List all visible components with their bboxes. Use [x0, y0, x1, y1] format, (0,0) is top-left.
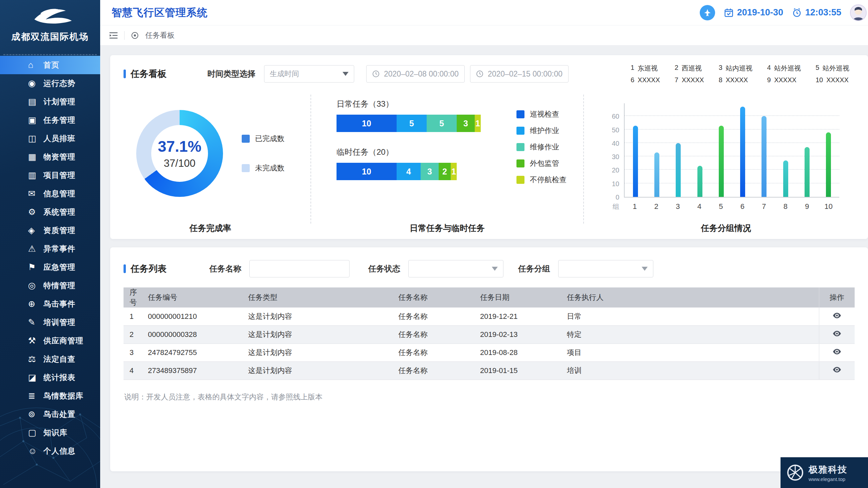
- caret-down-icon: [642, 267, 648, 271]
- daily-task-segment: 1: [475, 115, 481, 132]
- sidebar-item-material-management[interactable]: ▦物资管理: [0, 148, 100, 166]
- table-cell: 任务名称: [392, 344, 474, 362]
- sidebar-item-bird-strike-events[interactable]: ⊕鸟击事件: [0, 295, 100, 313]
- material-management-icon: ▦: [28, 152, 43, 162]
- view-button[interactable]: [832, 311, 842, 321]
- sidebar-item-label: 信息管理: [43, 189, 75, 199]
- sidebar-item-training-management[interactable]: ✎培训管理: [0, 313, 100, 332]
- sidebar-item-special-situation[interactable]: ◎特情管理: [0, 277, 100, 295]
- group-bar: [805, 147, 810, 197]
- flight-mode-button[interactable]: [700, 5, 715, 20]
- actions-cell: [819, 362, 855, 380]
- task-group-select[interactable]: [558, 260, 653, 278]
- training-management-icon: ✎: [28, 317, 43, 327]
- task-status-select[interactable]: [408, 260, 503, 278]
- sidebar-item-plan-management[interactable]: ▤计划管理: [0, 93, 100, 111]
- watermark-name: 极雅科技: [809, 464, 847, 476]
- date-from-input[interactable]: 2020–02–08 00:00:00: [366, 65, 465, 83]
- content-area: 任务看板 时间类型选择 生成时间 2020–02–08 00:00:00 202…: [100, 45, 868, 488]
- temp-task-segment: 10: [337, 163, 397, 180]
- sidebar-item-system-management[interactable]: ⚙系统管理: [0, 203, 100, 221]
- task-table: 序号任务编号任务类型任务名称任务日期任务执行人操作 1000000001210这…: [124, 287, 855, 380]
- column-header: 任务名称: [392, 287, 474, 308]
- sidebar-item-task-management[interactable]: ▣任务管理: [0, 111, 100, 130]
- task-type-legend-item: 巡视检查: [517, 109, 566, 119]
- sidebar-item-label: 特情管理: [43, 281, 75, 291]
- table-note: 说明：开发人员注意，表格的具体文字内容，请参照线上版本: [124, 392, 868, 402]
- legend-item-undone: 未完成数: [242, 163, 284, 173]
- menu-collapse-icon[interactable]: [109, 31, 118, 39]
- table-cell: 4: [124, 362, 142, 380]
- group-chart-xlabels: 12345678910: [624, 198, 839, 211]
- sidebar-item-statutory-self-check[interactable]: ⚖法定自查: [0, 350, 100, 368]
- group-chart-yaxis: 0102030405060: [605, 103, 624, 198]
- group-legend-label: 站外巡视: [823, 64, 849, 73]
- task-type-legend-item: 外包监管: [517, 159, 566, 169]
- app-title: 智慧飞行区管理系统: [112, 6, 208, 20]
- caret-down-icon: [492, 267, 498, 271]
- sidebar-item-emergency-management[interactable]: ⚑应急管理: [0, 258, 100, 277]
- y-tick-label: 0: [616, 194, 619, 201]
- eye-icon: [832, 329, 842, 338]
- group-legend-item: 6XXXXX: [631, 76, 660, 84]
- sidebar-item-qualification-management[interactable]: ◈资质管理: [0, 221, 100, 240]
- view-button[interactable]: [832, 329, 842, 339]
- sidebar-item-label: 异常事件: [43, 244, 75, 254]
- view-button[interactable]: [832, 365, 842, 375]
- table-header-row: 序号任务编号任务类型任务名称任务日期任务执行人操作: [124, 287, 855, 308]
- task-list-card: 任务列表 任务名称 任务状态 任务分组: [110, 247, 868, 471]
- sidebar-item-project-management[interactable]: ▥项目管理: [0, 166, 100, 184]
- group-chart-bars: [625, 103, 839, 197]
- sidebar: 成都双流国际机场 ⌂首页◉运行态势▤计划管理▣任务管理◫人员排班▦物资管理▥项目…: [0, 0, 100, 488]
- time-type-select[interactable]: 生成时间: [264, 65, 354, 83]
- clock-icon: [372, 70, 380, 78]
- task-name-input[interactable]: [249, 260, 349, 278]
- group-chart-section: 0102030405060 组 12345678910 任务分组情况: [584, 93, 868, 238]
- completion-legend: 已完成数 未完成数: [242, 134, 284, 173]
- user-avatar[interactable]: [850, 4, 867, 21]
- legend-swatch: [517, 143, 524, 151]
- top-header: 智慧飞行区管理系统 2019-10-30: [100, 0, 868, 25]
- task-type-legend-item: 维护作业: [517, 126, 566, 136]
- table-cell: 任务名称: [392, 308, 474, 325]
- home-icon: ⌂: [28, 60, 43, 70]
- sidebar-item-staff-scheduling[interactable]: ◫人员排班: [0, 130, 100, 148]
- table-cell: 日常: [561, 308, 819, 325]
- group-legend-num: 6: [631, 76, 634, 84]
- sidebar-item-home[interactable]: ⌂首页: [0, 56, 100, 74]
- system-management-icon: ⚙: [28, 207, 43, 217]
- legend-label: 维修作业: [530, 142, 559, 152]
- eye-icon: [832, 347, 842, 356]
- legend-swatch: [517, 127, 524, 135]
- main-area: 智慧飞行区管理系统 2019-10-30: [100, 0, 868, 488]
- sidebar-item-label: 物资管理: [43, 152, 75, 162]
- x-tick-label: 6: [732, 202, 753, 211]
- date-to-input[interactable]: 2020–02–15 00:00:00: [470, 65, 568, 83]
- group-legend-item: 4站外巡视: [767, 64, 801, 73]
- task-type-legend-item: 不停航检查: [517, 175, 566, 185]
- group-legend-item: 3站内巡视: [719, 64, 752, 73]
- group-legend-num: 4: [767, 64, 771, 73]
- time-display: 12:03:55: [792, 7, 841, 18]
- caret-down-icon: [343, 72, 348, 76]
- group-bar: [762, 116, 767, 197]
- sidebar-item-label: 任务管理: [43, 115, 75, 125]
- view-button[interactable]: [832, 347, 842, 357]
- airport-name: 成都双流国际机场: [0, 31, 100, 43]
- x-tick-label: 3: [667, 202, 689, 211]
- watermark-url: www.elegant.top: [809, 476, 847, 482]
- sidebar-item-operation-status[interactable]: ◉运行态势: [0, 74, 100, 93]
- x-tick-label: 8: [775, 202, 797, 211]
- table-cell: 特定: [561, 325, 819, 344]
- group-legend-num: 8: [719, 76, 722, 84]
- sidebar-item-abnormal-events[interactable]: ⚠异常事件: [0, 240, 100, 258]
- sidebar-item-label: 系统管理: [43, 207, 75, 217]
- legend-swatch: [242, 135, 250, 143]
- group-number-legend: 1东巡视2西巡视3站内巡视4站外巡视5站外巡视6XXXXX7XXXXX8XXXX…: [631, 64, 849, 84]
- sidebar-item-supplier-management[interactable]: ⚒供应商管理: [0, 332, 100, 350]
- completion-percent: 37.1%: [158, 137, 201, 155]
- group-legend-item: 9XXXXX: [767, 76, 801, 84]
- special-situation-icon: ◎: [28, 281, 43, 291]
- y-tick-label: 50: [612, 126, 619, 134]
- sidebar-item-information-management[interactable]: ✉信息管理: [0, 184, 100, 203]
